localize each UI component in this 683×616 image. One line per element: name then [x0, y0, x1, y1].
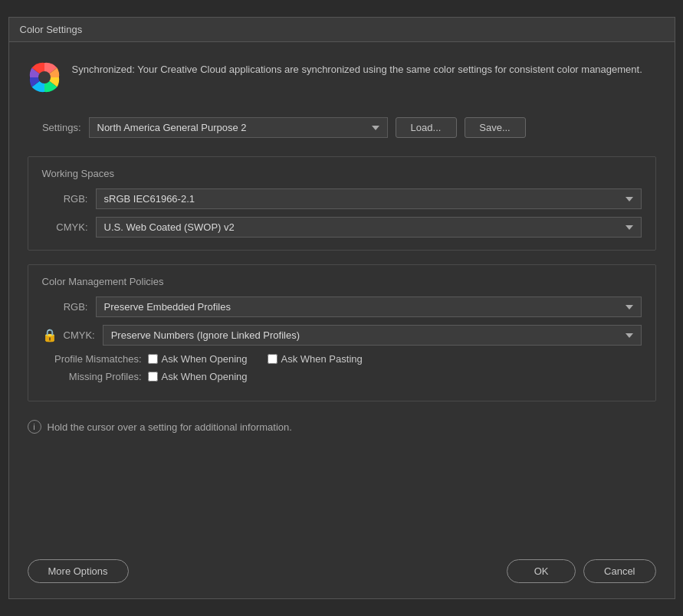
dialog-title: Color Settings: [20, 24, 83, 35]
load-button[interactable]: Load...: [396, 117, 457, 138]
color-wheel-icon: [28, 61, 61, 94]
cmyk-working-label: CMYK:: [42, 221, 88, 233]
cmyk-policy-row: 🔒 CMYK: Preserve Numbers (Ignore Linked …: [42, 325, 642, 346]
rgb-policy-label: RGB:: [42, 301, 88, 313]
cmyk-working-select[interactable]: U.S. Web Coated (SWOP) v2U.S. Web Uncoat…: [96, 217, 642, 238]
rgb-working-label: RGB:: [42, 193, 88, 205]
dialog-footer: More Options OK Cancel: [9, 549, 675, 598]
profile-mismatches-label: Profile Mismatches:: [42, 353, 142, 365]
title-bar: Color Settings: [9, 18, 675, 42]
profile-mismatches-row: Profile Mismatches: Ask When Opening Ask…: [42, 353, 642, 365]
missing-profiles-row: Missing Profiles: Ask When Opening: [42, 371, 642, 382]
save-button[interactable]: Save...: [465, 117, 526, 138]
missing-profiles-label: Missing Profiles:: [42, 371, 142, 382]
ask-pasting-group: Ask When Pasting: [268, 353, 363, 365]
color-management-title: Color Management Policies: [42, 276, 642, 287]
dialog-body: Synchronized: Your Creative Cloud applic…: [9, 42, 675, 549]
profile-mismatches-ask-opening-checkbox[interactable]: [148, 354, 158, 364]
ask-opening-group: Ask When Opening: [148, 353, 248, 365]
sync-banner: Synchronized: Your Creative Cloud applic…: [28, 57, 656, 102]
rgb-working-row: RGB: sRGB IEC61966-2.1Adobe RGB (1998)Pr…: [42, 188, 642, 209]
cancel-button[interactable]: Cancel: [583, 559, 655, 583]
missing-profiles-ask-opening-checkbox[interactable]: [148, 372, 158, 382]
missing-profiles-ask-opening-group: Ask When Opening: [148, 371, 248, 382]
lock-icon: 🔒: [42, 328, 57, 342]
rgb-policy-row: RGB: Preserve Embedded ProfilesConvert t…: [42, 297, 642, 317]
profile-mismatches-ask-opening-label: Ask When Opening: [162, 353, 248, 365]
info-icon: i: [28, 420, 41, 434]
profile-mismatches-ask-pasting-checkbox[interactable]: [268, 354, 277, 364]
sync-text: Synchronized: Your Creative Cloud applic…: [72, 61, 642, 77]
info-row: i Hold the cursor over a setting for add…: [28, 412, 656, 441]
rgb-working-select[interactable]: sRGB IEC61966-2.1Adobe RGB (1998)ProPhot…: [96, 188, 642, 209]
ok-button[interactable]: OK: [507, 559, 576, 583]
svg-point-1: [38, 71, 51, 84]
settings-row: Settings: North America General Purpose …: [28, 113, 656, 143]
more-options-button[interactable]: More Options: [28, 559, 129, 583]
missing-profiles-ask-opening-label: Ask When Opening: [162, 371, 248, 382]
footer-right: OK Cancel: [507, 559, 655, 583]
settings-select[interactable]: North America General Purpose 2CustomMon…: [89, 117, 388, 138]
cmyk-working-row: CMYK: U.S. Web Coated (SWOP) v2U.S. Web …: [42, 217, 642, 238]
working-spaces-title: Working Spaces: [42, 168, 642, 179]
settings-label: Settings:: [28, 122, 81, 133]
cmyk-policy-label: CMYK:: [64, 329, 95, 341]
color-management-section: Color Management Policies RGB: Preserve …: [28, 264, 656, 401]
profile-mismatches-ask-pasting-label: Ask When Pasting: [281, 353, 363, 365]
working-spaces-section: Working Spaces RGB: sRGB IEC61966-2.1Ado…: [28, 156, 656, 251]
info-text: Hold the cursor over a setting for addit…: [48, 421, 292, 433]
color-settings-dialog: Color Settings Synchron: [8, 17, 675, 599]
cmyk-policy-label-area: 🔒 CMYK:: [42, 328, 95, 342]
rgb-policy-select[interactable]: Preserve Embedded ProfilesConvert to Wor…: [96, 297, 642, 317]
cmyk-policy-select[interactable]: Preserve Numbers (Ignore Linked Profiles…: [103, 325, 642, 346]
